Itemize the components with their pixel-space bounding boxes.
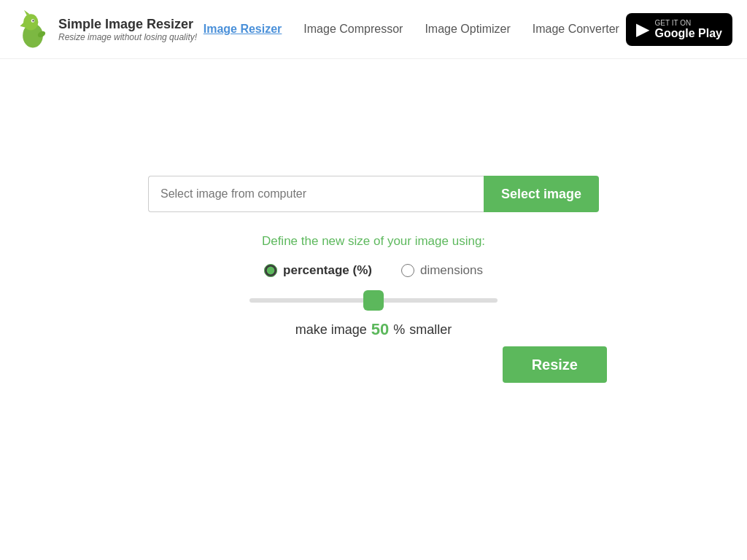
file-path-input[interactable]: [148, 176, 484, 212]
make-image-suffix: smaller: [409, 322, 452, 338]
radio-percentage-input[interactable]: [264, 264, 277, 277]
nav-image-compressor[interactable]: Image Compressor: [303, 23, 403, 36]
logo-area: Simple Image Resizer Resize image withou…: [15, 7, 197, 51]
define-size-label: Define the new size of your image using:: [262, 234, 485, 249]
logo-subtitle: Resize image without losing quality!: [58, 32, 197, 42]
google-play-icon: ▶: [636, 19, 649, 39]
google-play-bottom-text: Google Play: [655, 27, 722, 40]
nav-image-optimizer[interactable]: Image Optimizer: [425, 23, 510, 36]
nav-image-resizer[interactable]: Image Resizer: [204, 23, 282, 36]
google-play-top-text: GET IT ON: [655, 19, 722, 27]
radio-percentage-label[interactable]: percentage (%): [264, 263, 372, 278]
svg-point-1: [23, 14, 38, 30]
logo-title: Simple Image Resizer: [58, 17, 197, 32]
resize-percentage-slider[interactable]: [249, 298, 498, 303]
svg-point-4: [32, 20, 34, 21]
radio-dimensions-input[interactable]: [401, 264, 414, 277]
svg-marker-2: [20, 20, 25, 27]
make-image-prefix: make image: [295, 322, 367, 338]
main-content: Select image Define the new size of your…: [0, 59, 747, 383]
make-image-text: make image 50 % smaller: [295, 320, 452, 339]
logo-text-block: Simple Image Resizer Resize image withou…: [58, 17, 197, 42]
radio-group: percentage (%) dimensions: [264, 263, 483, 278]
radio-dimensions-text: dimensions: [420, 263, 483, 278]
make-image-unit: %: [393, 322, 405, 338]
google-play-button[interactable]: ▶ GET IT ON Google Play: [626, 13, 732, 46]
slider-container: [249, 292, 498, 306]
select-image-button[interactable]: Select image: [484, 176, 599, 212]
file-input-row: Select image: [148, 176, 599, 212]
make-image-value: 50: [371, 320, 389, 339]
radio-dimensions-label[interactable]: dimensions: [401, 263, 483, 278]
google-play-text: GET IT ON Google Play: [655, 19, 722, 40]
nav-image-converter[interactable]: Image Converter: [533, 23, 619, 36]
resize-button-row: Resize: [140, 346, 607, 383]
main-nav: Image Resizer Image Compressor Image Opt…: [204, 23, 619, 36]
radio-percentage-text: percentage (%): [283, 263, 372, 278]
resize-button[interactable]: Resize: [503, 346, 607, 383]
logo-icon: [15, 7, 51, 51]
header: Simple Image Resizer Resize image withou…: [0, 0, 747, 59]
options-area: Define the new size of your image using:…: [140, 234, 607, 339]
